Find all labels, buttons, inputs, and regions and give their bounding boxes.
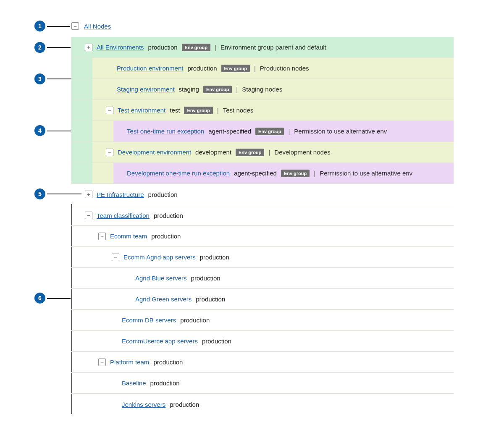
row-team-classification: − Team classification production — [71, 205, 454, 226]
row-baseline: Baseline production — [71, 373, 454, 394]
callout-5: 5 — [34, 188, 45, 199]
link-jenkins[interactable]: Jenkins servers — [122, 401, 165, 408]
link-pe-infra[interactable]: PE Infrastructure — [97, 191, 144, 198]
env-group-badge: Env group — [203, 86, 232, 93]
node-all-nodes[interactable]: All Nodes — [84, 23, 111, 30]
row-platform-team: − Platform team production — [71, 352, 454, 373]
row-desc: Environment group parent and default — [220, 44, 326, 51]
collapse-icon[interactable]: − — [106, 107, 113, 114]
row-staging-env: Staging environment staging Env group | … — [71, 79, 454, 100]
link-dev-env[interactable]: Development environment — [118, 149, 191, 156]
link-production-env[interactable]: Production environment — [117, 65, 183, 72]
link-all-environments[interactable]: All Environments — [97, 44, 144, 51]
collapse-icon[interactable]: − — [112, 254, 119, 261]
env-group-badge: Env group — [281, 170, 310, 177]
link-baseline[interactable]: Baseline — [122, 380, 146, 387]
env-group-badge: Env group — [184, 107, 213, 114]
callout-6: 6 — [34, 293, 45, 304]
row-all-environments: + All Environments production Env group … — [71, 37, 454, 58]
callout-2: 2 — [34, 42, 45, 53]
collapse-icon[interactable]: − — [98, 359, 106, 366]
env-group-badge: Env group — [182, 44, 210, 51]
row-test-env: − Test environment test Env group | Test… — [71, 100, 454, 121]
root-row: − All Nodes — [71, 21, 454, 31]
row-pe-infra: + PE Infrastructure production — [71, 184, 454, 205]
collapse-icon[interactable]: − — [106, 149, 113, 156]
row-ecomm-db: Ecomm DB servers production — [71, 310, 454, 331]
env-label: production — [148, 44, 178, 51]
row-jenkins: Jenkins servers production — [71, 394, 454, 415]
row-agrid-blue: Agrid Blue servers production — [71, 268, 454, 289]
link-staging-env[interactable]: Staging environment — [117, 86, 175, 93]
env-group-badge: Env group — [221, 65, 250, 72]
row-ecomm-team: − Ecomm team production — [71, 226, 454, 247]
node-tree: − All Nodes + All Environments productio… — [71, 21, 454, 415]
link-test-env[interactable]: Test environment — [118, 107, 165, 114]
link-ecomm-userce[interactable]: EcommUserce app servers — [122, 338, 198, 345]
row-production-env: Production environment production Env gr… — [71, 58, 454, 79]
row-dev-env: − Development environment development En… — [71, 142, 454, 163]
callout-3: 3 — [34, 73, 45, 84]
link-team-classification[interactable]: Team classification — [97, 212, 150, 219]
env-group-badge: Env group — [236, 149, 264, 156]
row-agrid-green: Agrid Green servers production — [71, 289, 454, 310]
collapse-icon[interactable]: − — [85, 212, 92, 219]
expand-icon[interactable]: + — [85, 191, 92, 198]
link-ecomm-team[interactable]: Ecomm team — [110, 233, 147, 240]
link-ecomm-agrid[interactable]: Ecomm Agrid app servers — [123, 254, 196, 261]
link-ecomm-db[interactable]: Ecomm DB servers — [122, 317, 176, 324]
row-ecomm-userce: EcommUserce app servers production — [71, 331, 454, 352]
callout-1: 1 — [34, 21, 45, 31]
row-test-exception: Test one-time run exception agent-specif… — [71, 121, 454, 142]
link-test-exception[interactable]: Test one-time run exception — [127, 128, 204, 135]
collapse-icon[interactable]: − — [71, 22, 79, 30]
expand-icon[interactable]: + — [85, 44, 92, 51]
collapse-icon[interactable]: − — [98, 233, 106, 240]
link-platform-team[interactable]: Platform team — [110, 359, 149, 366]
callout-4: 4 — [34, 125, 45, 136]
row-dev-exception: Development one-time run exception agent… — [71, 163, 454, 184]
link-agrid-blue[interactable]: Agrid Blue servers — [135, 275, 187, 282]
link-dev-exception[interactable]: Development one-time run exception — [127, 170, 230, 177]
env-group-badge: Env group — [255, 128, 284, 135]
link-agrid-green[interactable]: Agrid Green servers — [135, 296, 192, 303]
row-ecomm-agrid: − Ecomm Agrid app servers production — [71, 247, 454, 268]
